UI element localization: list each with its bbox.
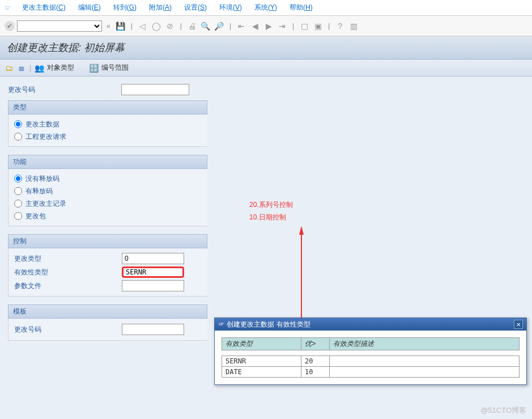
change-number-row: 更改号码 <box>8 82 524 97</box>
help-icon[interactable]: ? <box>334 20 346 32</box>
find-next-icon[interactable]: 🔎 <box>214 20 225 32</box>
group-function-header: 功能 <box>8 155 207 169</box>
col-priority[interactable]: 优> <box>301 338 330 350</box>
menu-edit[interactable]: 编辑(E) <box>73 1 107 15</box>
param-file-label: 参数文件 <box>14 281 122 291</box>
radio-ecr[interactable]: 工程更改请求 <box>14 130 202 143</box>
param-file-value[interactable] <box>122 280 184 291</box>
radio-release[interactable]: 有释放码 <box>14 185 202 197</box>
tool-icon-2[interactable]: ≣ <box>17 64 26 73</box>
table-row[interactable]: DATE10 <box>222 367 520 378</box>
validity-type-row: 有效性类型 SERNR <box>14 265 202 279</box>
enter-button[interactable]: ✔ <box>5 21 15 31</box>
menu-environment[interactable]: 环境(V) <box>214 1 248 15</box>
change-number-label: 更改号码 <box>8 85 121 95</box>
popup-titlebar[interactable]: ☞ 创建更改主数据 有效性类型 ✕ <box>215 318 526 331</box>
radio-change-master[interactable]: 更改主数据 <box>14 118 202 130</box>
validity-type-table: 有效类型 优> 有效类型描述 SERNR20 DATE10 <box>222 337 520 378</box>
print-icon[interactable]: 🖨 <box>186 20 198 32</box>
menu-system[interactable]: 系统(Y) <box>249 1 283 15</box>
template-change-number-label: 更改号码 <box>14 325 122 335</box>
group-control: 控制 更改类型 0 有效性类型 SERNR 参数文件 <box>8 234 207 297</box>
template-change-number-input[interactable] <box>122 324 184 335</box>
validity-type-label: 有效性类型 <box>14 268 122 277</box>
number-range-label[interactable]: 编号范围 <box>101 63 129 73</box>
popup-corner-icon: ☞ <box>218 320 227 328</box>
popup-title-text: 创建更改主数据 有效性类型 <box>227 320 310 328</box>
menu-help[interactable]: 帮助(H) <box>284 1 318 15</box>
menubar: ☞ 更改主数据(C) 编辑(E) 转到(G) 附加(A) 设置(S) 环境(V)… <box>0 0 532 16</box>
menu-goto[interactable]: 转到(G) <box>108 1 142 15</box>
group-control-header: 控制 <box>8 234 207 248</box>
radio-package[interactable]: 更改包 <box>14 210 202 222</box>
col-validity-type[interactable]: 有效类型 <box>222 338 301 350</box>
radio-leading[interactable]: 主更改主记录 <box>14 197 202 210</box>
command-field[interactable] <box>17 20 102 32</box>
table-header-row: 有效类型 优> 有效类型描述 <box>222 338 520 350</box>
back-icon[interactable]: ◁ <box>137 20 148 32</box>
change-type-label: 更改类型 <box>14 254 122 264</box>
validity-type-value[interactable]: SERNR <box>122 266 184 278</box>
shortcut-icon[interactable]: ▣ <box>312 20 324 32</box>
col-description[interactable]: 有效类型描述 <box>330 338 520 350</box>
layout-icon[interactable]: ▥ <box>348 20 359 32</box>
change-type-row: 更改类型 0 <box>14 252 202 265</box>
param-file-row: 参数文件 <box>14 279 202 293</box>
toolbar-divider: « <box>107 22 110 30</box>
new-session-icon[interactable]: ▢ <box>299 20 310 32</box>
save-icon[interactable]: 💾 <box>115 20 126 32</box>
annotation-text: 20.系列号控制 10.日期控制 <box>249 198 293 223</box>
app-toolbar: 🗂 ≣ | 👥 对象类型 🔡 编号范围 <box>0 60 532 77</box>
change-number-input[interactable] <box>121 84 189 95</box>
group-template: 模板 更改号码 <box>8 304 207 341</box>
menu-settings[interactable]: 设置(S) <box>178 1 212 15</box>
radio-no-release[interactable]: 没有释放码 <box>14 172 202 185</box>
page-title: 创建更改主数据: 初始屏幕 <box>0 36 532 60</box>
validity-type-popup: ☞ 创建更改主数据 有效性类型 ✕ 有效类型 优> 有效类型描述 SERNR20… <box>214 318 527 385</box>
tool-icon-1[interactable]: 🗂 <box>5 64 14 73</box>
watermark: @51CTO博客 <box>480 405 526 416</box>
group-type-header: 类型 <box>8 100 207 115</box>
first-page-icon[interactable]: ⇤ <box>236 20 247 32</box>
exit-icon[interactable]: ☞ <box>5 4 11 12</box>
group-type: 类型 更改主数据 工程更改请求 <box>8 100 207 147</box>
object-type-icon[interactable]: 👥 <box>35 64 44 73</box>
next-page-icon[interactable]: ▶ <box>263 20 274 32</box>
menu-extras[interactable]: 附加(A) <box>143 1 177 15</box>
exit-icon-2[interactable]: ◯ <box>151 20 162 32</box>
group-template-header: 模板 <box>8 304 207 319</box>
prev-page-icon[interactable]: ◀ <box>249 20 261 32</box>
number-range-icon[interactable]: 🔡 <box>89 64 98 73</box>
popup-close-button[interactable]: ✕ <box>514 320 523 329</box>
group-function: 功能 没有释放码 有释放码 主更改主记录 更改包 <box>8 155 207 226</box>
last-page-icon[interactable]: ⇥ <box>276 20 288 32</box>
system-toolbar: ✔ « 💾 | ◁ ◯ ⊘ | 🖨 🔍 🔎 | ⇤ ◀ ▶ ⇥ | ▢ ▣ | … <box>0 16 532 36</box>
cancel-icon[interactable]: ⊘ <box>164 20 176 32</box>
menu-change-master[interactable]: 更改主数据(C) <box>16 1 71 15</box>
object-type-label[interactable]: 对象类型 <box>47 63 74 73</box>
change-type-value[interactable]: 0 <box>122 253 184 264</box>
find-icon[interactable]: 🔍 <box>200 20 211 32</box>
table-row[interactable]: SERNR20 <box>222 356 520 367</box>
annotation-arrow-icon <box>296 227 307 318</box>
